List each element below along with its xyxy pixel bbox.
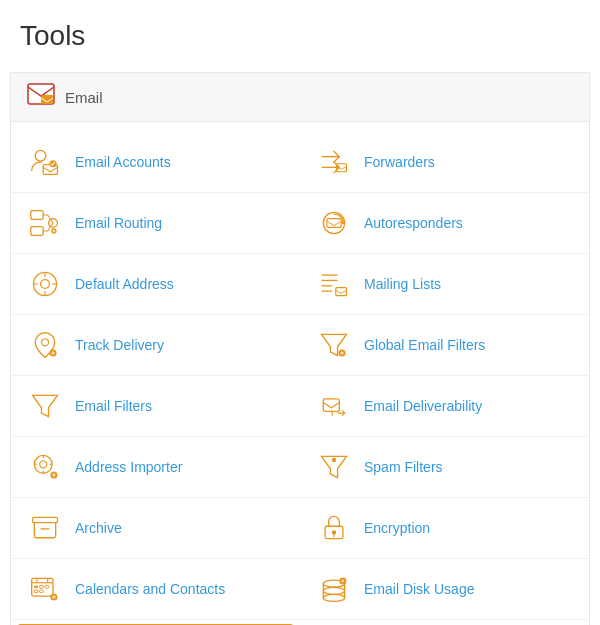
svg-rect-37 bbox=[34, 590, 38, 593]
tool-item-calendars-contacts[interactable]: Calendars and Contacts bbox=[11, 559, 300, 619]
default-address-icon bbox=[27, 266, 63, 302]
svg-point-13 bbox=[41, 280, 50, 289]
svg-point-40 bbox=[323, 594, 344, 601]
tool-item-email-filters[interactable]: Email Filters bbox=[11, 376, 300, 436]
tool-item-email-accounts[interactable]: Email Accounts bbox=[11, 132, 300, 192]
svg-point-26 bbox=[332, 458, 336, 462]
email-disk-usage-label: Email Disk Usage bbox=[364, 580, 474, 598]
archive-icon bbox=[27, 510, 63, 546]
track-delivery-icon bbox=[27, 327, 63, 363]
tools-row: Archive Encryption bbox=[11, 498, 589, 559]
arrow-area bbox=[300, 620, 589, 625]
email-deliverability-label: Email Deliverability bbox=[364, 397, 482, 415]
mailing-lists-icon bbox=[316, 266, 352, 302]
svg-rect-35 bbox=[40, 585, 44, 588]
address-importer-icon bbox=[27, 449, 63, 485]
forwarders-label: Forwarders bbox=[364, 153, 435, 171]
spam-filters-icon bbox=[316, 449, 352, 485]
tool-item-autoresponders[interactable]: Autoresponders bbox=[300, 193, 589, 253]
section-header-label: Email bbox=[65, 89, 103, 106]
tool-item-spam-filters[interactable]: Spam Filters bbox=[300, 437, 589, 497]
section-header: Email bbox=[10, 72, 590, 122]
calendars-and-contacts-label: Calendars and Contacts bbox=[75, 580, 225, 598]
svg-rect-7 bbox=[31, 227, 43, 236]
tool-item-forwarders[interactable]: Forwarders bbox=[300, 132, 589, 192]
autoresponders-icon bbox=[316, 205, 352, 241]
svg-rect-27 bbox=[33, 517, 58, 522]
email-section-icon bbox=[27, 83, 55, 111]
email-accounts-label: Email Accounts bbox=[75, 153, 171, 171]
svg-rect-38 bbox=[40, 590, 44, 593]
tools-row: Email Routing Autoresponders bbox=[11, 193, 589, 254]
tool-item-email-routing[interactable]: Email Routing bbox=[11, 193, 300, 253]
tool-item-email-deliverability[interactable]: Email Deliverability bbox=[300, 376, 589, 436]
calendars-and-contacts-icon bbox=[27, 571, 63, 607]
tool-item-default-address[interactable]: Default Address bbox=[11, 254, 300, 314]
tools-row: Email Accounts Forwarders bbox=[11, 132, 589, 193]
tools-row: Address Importer Spam Filters bbox=[11, 437, 589, 498]
track-delivery-label: Track Delivery bbox=[75, 336, 164, 354]
email-routing-label: Email Routing bbox=[75, 214, 162, 232]
forwarders-icon bbox=[316, 144, 352, 180]
tools-row: Email Filters Email Deliverability bbox=[11, 376, 589, 437]
svg-rect-34 bbox=[34, 585, 38, 588]
mailing-lists-label: Mailing Lists bbox=[364, 275, 441, 293]
email-accounts-icon bbox=[27, 144, 63, 180]
email-disk-usage-icon bbox=[316, 571, 352, 607]
tool-item-track-delivery[interactable]: Track Delivery bbox=[11, 315, 300, 375]
autoresponders-label: Autoresponders bbox=[364, 214, 463, 232]
global-email-filters-label: Global Email Filters bbox=[364, 336, 485, 354]
tool-item-address-importer[interactable]: Address Importer bbox=[11, 437, 300, 497]
tool-item-global-email-filters[interactable]: Global Email Filters bbox=[300, 315, 589, 375]
svg-point-24 bbox=[40, 461, 47, 468]
svg-point-2 bbox=[35, 150, 46, 161]
tool-item-email-disk-usage[interactable]: Email Disk Usage bbox=[300, 559, 589, 619]
svg-point-41 bbox=[323, 587, 344, 594]
email-deliverability-icon bbox=[316, 388, 352, 424]
svg-point-19 bbox=[41, 339, 48, 346]
spam-filters-label: Spam Filters bbox=[364, 458, 443, 476]
archive-label: Archive bbox=[75, 519, 122, 537]
tool-item-archive[interactable]: Archive bbox=[11, 498, 300, 558]
email-filters-label: Email Filters bbox=[75, 397, 152, 415]
default-address-label: Default Address bbox=[75, 275, 174, 293]
svg-rect-6 bbox=[31, 211, 43, 220]
tool-item-encryption[interactable]: Encryption bbox=[300, 498, 589, 558]
email-filters-icon bbox=[27, 388, 63, 424]
tools-grid: Email Accounts Forwarders bbox=[10, 122, 590, 625]
address-importer-label: Address Importer bbox=[75, 458, 182, 476]
page-title: Tools bbox=[10, 20, 590, 52]
tools-row: Track Delivery Global Email Filters bbox=[11, 315, 589, 376]
svg-rect-22 bbox=[323, 399, 339, 411]
tools-row: Calendars and Contacts bbox=[11, 559, 589, 620]
tools-row: Default Address Mailing Lists bbox=[11, 254, 589, 315]
encryption-label: Encryption bbox=[364, 519, 430, 537]
tools-row-last: Professional Spam Filter bbox=[11, 620, 589, 625]
tool-item-mailing-lists[interactable]: Mailing Lists bbox=[300, 254, 589, 314]
email-routing-icon bbox=[27, 205, 63, 241]
svg-point-29 bbox=[332, 530, 336, 534]
encryption-icon bbox=[316, 510, 352, 546]
svg-rect-36 bbox=[45, 585, 49, 588]
global-email-filters-icon bbox=[316, 327, 352, 363]
